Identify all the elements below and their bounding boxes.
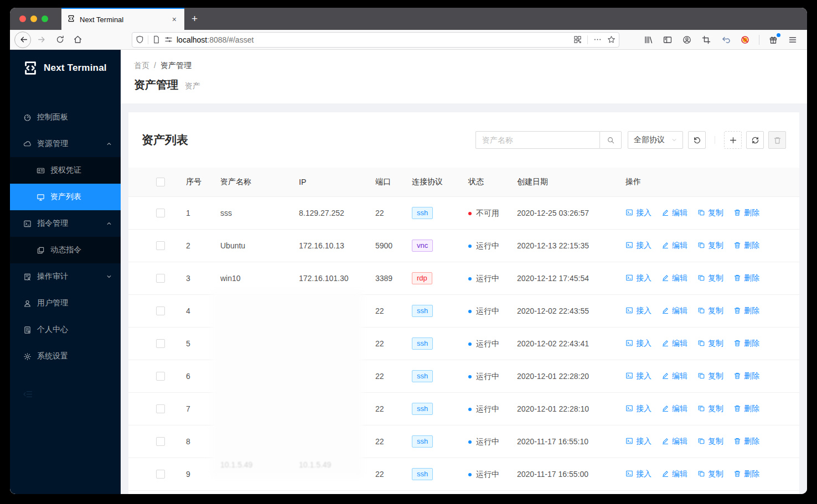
sidebar-item-7[interactable]: 用户管理: [10, 290, 121, 316]
row-checkbox[interactable]: [156, 274, 165, 283]
trash-icon: [733, 274, 741, 283]
delete-link[interactable]: 删除: [733, 437, 759, 446]
reload-button[interactable]: [52, 32, 68, 48]
delete-link[interactable]: 删除: [733, 208, 759, 218]
access-link[interactable]: 接入: [625, 469, 651, 479]
delete-link[interactable]: 删除: [733, 241, 759, 251]
delete-link[interactable]: 删除: [733, 404, 759, 414]
whats-new-gift-icon[interactable]: [766, 32, 781, 48]
sidebars-icon[interactable]: [660, 32, 675, 48]
close-tab-icon[interactable]: ×: [170, 14, 179, 25]
copy-link[interactable]: 复制: [697, 371, 723, 381]
more-options-icon[interactable]: [593, 35, 602, 44]
copy-link[interactable]: 复制: [697, 208, 723, 218]
sidebar-item-6[interactable]: 操作审计: [10, 263, 121, 290]
row-checkbox[interactable]: [156, 339, 165, 348]
breadcrumb-home[interactable]: 首页: [134, 61, 149, 70]
status-dot-icon: [468, 473, 472, 476]
setting-icon: [23, 352, 32, 361]
row-checkbox[interactable]: [156, 209, 165, 217]
url-bar[interactable]: localhost:8088/#/asset: [132, 32, 619, 48]
copy-link[interactable]: 复制: [697, 273, 723, 283]
notification-dot: [777, 33, 780, 37]
row-checkbox[interactable]: [156, 404, 165, 413]
delete-link[interactable]: 删除: [733, 306, 759, 316]
sidebar-item-1[interactable]: 资源管理: [10, 131, 121, 157]
sidebar-item-5[interactable]: 动态指令: [10, 237, 121, 263]
select-all-checkbox[interactable]: [156, 178, 165, 186]
edit-link[interactable]: 编辑: [661, 273, 687, 283]
page-info-icon[interactable]: [152, 35, 161, 44]
permissions-icon[interactable]: [164, 35, 173, 44]
close-window-button[interactable]: [19, 15, 26, 22]
delete-link[interactable]: 删除: [733, 371, 759, 381]
zoom-window-button[interactable]: [42, 15, 48, 22]
edit-link[interactable]: 编辑: [661, 208, 687, 218]
brand[interactable]: Next Terminal: [10, 50, 121, 86]
edit-link[interactable]: 编辑: [661, 404, 687, 414]
access-link[interactable]: 接入: [625, 241, 651, 251]
menu-hamburger-icon[interactable]: [785, 32, 800, 48]
access-link[interactable]: 接入: [625, 339, 651, 349]
collapse-sidebar-button[interactable]: [10, 382, 121, 409]
bookmark-star-icon[interactable]: [607, 35, 616, 44]
home-button[interactable]: [70, 32, 85, 48]
edit-link[interactable]: 编辑: [661, 469, 687, 479]
access-link[interactable]: 接入: [625, 273, 651, 283]
access-link[interactable]: 接入: [625, 404, 651, 414]
undo-arrow-icon[interactable]: [718, 32, 733, 48]
delete-link[interactable]: 删除: [733, 273, 759, 283]
delete-selected-button[interactable]: [768, 131, 786, 149]
tracking-shield-icon[interactable]: [136, 35, 144, 44]
edit-link[interactable]: 编辑: [661, 437, 687, 446]
screenshot-crop-icon[interactable]: [699, 32, 714, 48]
library-icon[interactable]: [640, 32, 656, 48]
sidebar-item-0[interactable]: 控制面板: [10, 104, 121, 131]
sidebar-item-8[interactable]: 个人中心: [10, 316, 121, 343]
protocol-select[interactable]: 全部协议: [628, 131, 683, 149]
search-input[interactable]: [475, 131, 599, 149]
edit-link[interactable]: 编辑: [661, 371, 687, 381]
delete-link[interactable]: 删除: [733, 339, 759, 349]
copy-link[interactable]: 复制: [697, 339, 723, 349]
asset-table-body: 1sss8.129.27.25222ssh不可用2020-12-25 03:26…: [128, 197, 799, 491]
reset-button[interactable]: [688, 131, 706, 149]
sidebar-item-2[interactable]: 授权凭证: [10, 157, 121, 184]
access-link[interactable]: 接入: [625, 208, 651, 218]
brand-logo-icon: [22, 60, 39, 76]
edit-link[interactable]: 编辑: [661, 241, 687, 251]
tab-next-terminal[interactable]: Next Terminal ×: [61, 8, 184, 30]
edit-link[interactable]: 编辑: [661, 306, 687, 316]
row-checkbox[interactable]: [156, 372, 165, 381]
row-checkbox[interactable]: [156, 437, 165, 446]
asset-table: 序号 资产名称 IP 端口 连接协议 状态 创建日期 操作: [128, 168, 799, 491]
sidebar-item-9[interactable]: 系统设置: [10, 343, 121, 370]
edit-icon: [661, 306, 669, 316]
account-icon[interactable]: [679, 32, 695, 48]
refresh-list-button[interactable]: [746, 131, 764, 149]
access-link[interactable]: 接入: [625, 371, 651, 381]
row-checkbox[interactable]: [156, 241, 165, 250]
copy-link[interactable]: 复制: [697, 241, 723, 251]
row-checkbox[interactable]: [156, 470, 165, 479]
delete-link[interactable]: 删除: [733, 469, 759, 479]
search-button[interactable]: [599, 131, 622, 149]
minimize-window-button[interactable]: [30, 15, 37, 22]
forward-button[interactable]: [34, 32, 50, 48]
qr-code-icon[interactable]: [573, 35, 582, 44]
sidebar-item-4[interactable]: 指令管理: [10, 210, 121, 237]
new-tab-button[interactable]: +: [184, 8, 205, 30]
url-text[interactable]: localhost:8088/#/asset: [177, 35, 570, 44]
add-asset-button[interactable]: [724, 131, 742, 149]
access-link[interactable]: 接入: [625, 306, 651, 316]
adblock-icon[interactable]: [737, 32, 753, 48]
row-checkbox[interactable]: [156, 306, 165, 315]
copy-link[interactable]: 复制: [697, 469, 723, 479]
copy-link[interactable]: 复制: [697, 306, 723, 316]
back-button[interactable]: [14, 32, 31, 48]
sidebar-item-3[interactable]: 资产列表: [10, 184, 121, 210]
access-link[interactable]: 接入: [625, 437, 651, 446]
copy-link[interactable]: 复制: [697, 404, 723, 414]
edit-link[interactable]: 编辑: [661, 339, 687, 349]
copy-link[interactable]: 复制: [697, 437, 723, 446]
